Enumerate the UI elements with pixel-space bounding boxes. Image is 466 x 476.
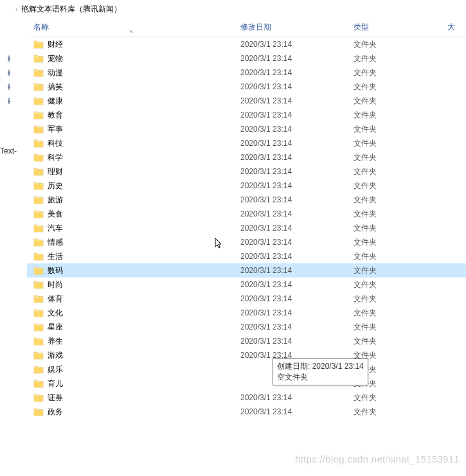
folder-icon	[33, 407, 44, 416]
folder-row[interactable]: 情感2020/3/1 23:14文件夹	[27, 235, 466, 249]
pinned-item[interactable]	[0, 66, 27, 80]
folder-type: 文件夹	[354, 166, 447, 177]
folder-type: 文件夹	[354, 350, 447, 361]
folder-row[interactable]: 文化2020/3/1 23:14文件夹	[27, 306, 466, 320]
folder-date: 2020/3/1 23:14	[240, 110, 354, 119]
quick-access-item[interactable]	[0, 37, 27, 51]
folder-date: 2020/3/1 23:14	[240, 195, 354, 204]
folder-row[interactable]: 搞笑2020/3/1 23:14文件夹	[27, 80, 466, 94]
folder-row[interactable]: 科学2020/3/1 23:14文件夹	[27, 150, 466, 164]
pin-icon	[5, 97, 13, 105]
folder-row[interactable]: 财经2020/3/1 23:14文件夹	[27, 37, 466, 51]
folder-name: 政务	[48, 407, 63, 418]
folder-name: 时尚	[48, 279, 63, 290]
folder-icon	[33, 365, 44, 374]
folder-name: 美食	[48, 209, 63, 220]
folder-name: 生活	[48, 251, 63, 262]
nav-text-label[interactable]: -Text-	[0, 146, 17, 155]
folder-type: 文件夹	[354, 308, 447, 319]
pin-icon	[5, 55, 13, 62]
folder-date: 2020/3/1 23:14	[240, 153, 354, 162]
folder-row[interactable]: 宠物2020/3/1 23:14文件夹	[27, 51, 466, 66]
column-headers: 名称 ^ 修改日期 类型 大	[27, 18, 466, 37]
folder-type: 文件夹	[354, 181, 447, 191]
folder-type: 文件夹	[354, 378, 447, 389]
folder-name: 科技	[48, 138, 63, 149]
folder-type: 文件夹	[354, 322, 447, 333]
folder-date: 2020/3/1 23:14	[240, 167, 354, 176]
folder-name: 教育	[48, 110, 63, 121]
folder-date: 2020/3/1 23:14	[240, 337, 354, 346]
folder-name: 旅游	[48, 195, 63, 206]
folder-date: 2020/3/1 23:14	[240, 96, 354, 105]
folder-icon	[33, 167, 44, 176]
pinned-item[interactable]	[0, 80, 27, 94]
folder-type: 文件夹	[354, 96, 447, 107]
breadcrumb-current[interactable]: 艳辉文本语料库（腾讯新闻）	[21, 4, 121, 15]
folder-type: 文件夹	[354, 82, 447, 93]
folder-type: 文件夹	[354, 251, 447, 262]
folder-icon	[33, 139, 44, 148]
folder-date: 2020/3/1 23:14	[240, 181, 354, 190]
folder-row[interactable]: 汽车2020/3/1 23:14文件夹	[27, 221, 466, 235]
folder-icon	[33, 266, 44, 275]
folder-date: 2020/3/1 23:14	[240, 224, 354, 233]
folder-row[interactable]: 动漫2020/3/1 23:14文件夹	[27, 66, 466, 80]
folder-type: 文件夹	[354, 124, 447, 135]
folder-name: 数码	[48, 265, 63, 276]
folder-icon	[33, 351, 44, 360]
folder-icon	[33, 393, 44, 402]
folder-name: 历史	[48, 181, 63, 191]
folder-row[interactable]: 证券2020/3/1 23:14文件夹	[27, 391, 466, 405]
column-header-name[interactable]: 名称 ^	[33, 22, 240, 33]
folder-name: 汽车	[48, 223, 63, 234]
folder-icon	[33, 96, 44, 105]
folder-row[interactable]: 健康2020/3/1 23:14文件夹	[27, 94, 466, 108]
folder-row[interactable]: 科技2020/3/1 23:14文件夹	[27, 136, 466, 150]
folder-row[interactable]: 理财2020/3/1 23:14文件夹	[27, 164, 466, 179]
folder-name: 理财	[48, 166, 63, 177]
folder-row[interactable]: 体育2020/3/1 23:14文件夹	[27, 292, 466, 306]
folder-icon	[33, 125, 44, 134]
folder-date: 2020/3/1 23:14	[240, 280, 354, 289]
folder-row[interactable]: 政务2020/3/1 23:14文件夹	[27, 405, 466, 419]
folder-icon	[33, 294, 44, 303]
folder-row[interactable]: 养生2020/3/1 23:14文件夹	[27, 334, 466, 348]
column-header-date[interactable]: 修改日期	[240, 22, 354, 33]
pinned-item[interactable]	[0, 94, 27, 108]
folder-row[interactable]: 星座2020/3/1 23:14文件夹	[27, 320, 466, 334]
folder-icon	[33, 110, 44, 119]
folder-date: 2020/3/1 23:14	[240, 252, 354, 261]
folder-name: 军事	[48, 124, 63, 135]
folder-row[interactable]: 军事2020/3/1 23:14文件夹	[27, 122, 466, 136]
folder-icon	[33, 322, 44, 331]
folder-type: 文件夹	[354, 223, 447, 234]
folder-row[interactable]: 教育2020/3/1 23:14文件夹	[27, 108, 466, 122]
folder-row[interactable]: 游戏2020/3/1 23:14文件夹	[27, 348, 466, 362]
breadcrumb[interactable]: › 艳辉文本语料库（腾讯新闻）	[0, 0, 466, 18]
folder-date: 2020/3/1 23:14	[240, 209, 354, 218]
folder-row[interactable]: 美食2020/3/1 23:14文件夹	[27, 207, 466, 221]
folder-icon	[33, 209, 44, 218]
folder-row[interactable]: 历史2020/3/1 23:14文件夹	[27, 179, 466, 193]
folder-date: 2020/3/1 23:14	[240, 139, 354, 148]
folder-icon	[33, 224, 44, 233]
folder-row[interactable]: 时尚2020/3/1 23:14文件夹	[27, 278, 466, 292]
folder-type: 文件夹	[354, 407, 447, 418]
folder-icon	[33, 379, 44, 388]
column-header-type[interactable]: 类型	[354, 22, 447, 33]
folder-icon	[33, 40, 44, 49]
folder-name: 情感	[48, 237, 63, 248]
folder-row[interactable]: 娱乐文件夹	[27, 362, 466, 376]
pinned-item[interactable]	[0, 51, 27, 66]
pin-icon	[5, 83, 13, 91]
folder-row[interactable]: 数码2020/3/1 23:14文件夹	[27, 263, 466, 278]
folder-row[interactable]: 育儿文件夹	[27, 376, 466, 391]
folder-row[interactable]: 旅游2020/3/1 23:14文件夹	[27, 193, 466, 207]
folder-row[interactable]: 生活2020/3/1 23:14文件夹	[27, 249, 466, 263]
folder-date: 2020/3/1 23:14	[240, 125, 354, 134]
folder-name: 证券	[48, 392, 63, 403]
column-header-size[interactable]: 大	[447, 22, 466, 33]
folder-name: 动漫	[48, 67, 63, 78]
folder-name: 文化	[48, 308, 63, 319]
